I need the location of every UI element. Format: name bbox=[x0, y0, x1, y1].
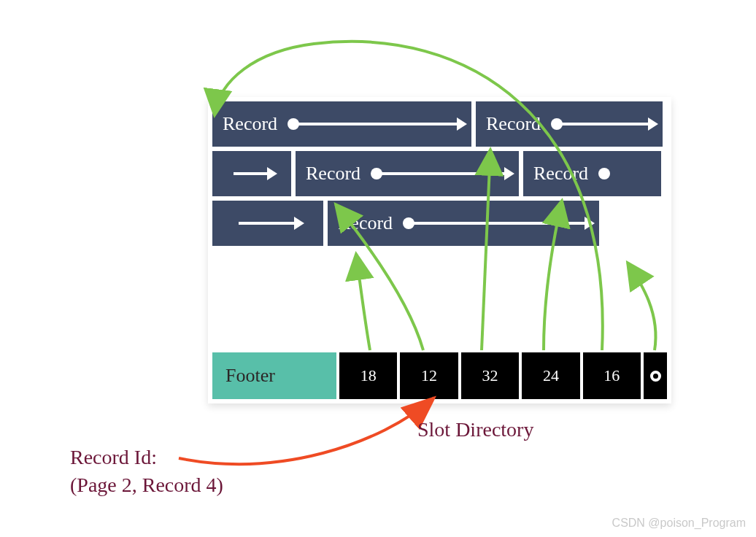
arrow-icon bbox=[561, 123, 652, 125]
record-tail-3a bbox=[212, 151, 291, 196]
record-id-label-1: Record Id: bbox=[70, 444, 157, 471]
arrow-icon bbox=[234, 172, 270, 175]
arrow-icon bbox=[413, 222, 589, 225]
watermark: CSDN @poison_Program bbox=[612, 517, 746, 530]
footer-row: Footer 18 12 32 24 16 bbox=[212, 352, 667, 399]
arrow-icon bbox=[381, 172, 509, 175]
arrow-icon bbox=[298, 123, 461, 125]
record-row: Record Record bbox=[212, 151, 667, 196]
slot-2: 32 bbox=[461, 352, 519, 399]
slot-directory-label: Slot Directory bbox=[417, 416, 533, 444]
slot-4: 16 bbox=[583, 352, 641, 399]
slot-0: 18 bbox=[339, 352, 397, 399]
record-label: Record bbox=[486, 113, 541, 135]
footer-label: Footer bbox=[212, 352, 336, 399]
page-block: Record Record Record Record bbox=[208, 97, 671, 403]
record-row: Record bbox=[212, 201, 667, 246]
record-id-label-2: (Page 2, Record 4) bbox=[70, 471, 223, 499]
arrow-icon bbox=[239, 222, 297, 225]
records-area: Record Record Record Record bbox=[212, 101, 667, 250]
record-dot-icon bbox=[598, 168, 610, 179]
record-4: Record bbox=[523, 151, 661, 196]
record-5: Record bbox=[328, 201, 599, 246]
slot-3: 24 bbox=[522, 352, 579, 399]
record-label: Record bbox=[338, 212, 393, 234]
ring-icon bbox=[650, 371, 661, 382]
record-3: Record bbox=[296, 151, 519, 196]
record-label: Record bbox=[306, 163, 360, 185]
record-2: Record bbox=[476, 101, 663, 147]
record-1: Record bbox=[212, 101, 471, 147]
record-label: Record bbox=[533, 163, 588, 185]
slot-1: 12 bbox=[400, 352, 458, 399]
record-row: Record Record bbox=[212, 101, 667, 147]
slot-end bbox=[644, 352, 667, 399]
record-tail-5a bbox=[212, 201, 323, 246]
record-label: Record bbox=[223, 113, 277, 135]
